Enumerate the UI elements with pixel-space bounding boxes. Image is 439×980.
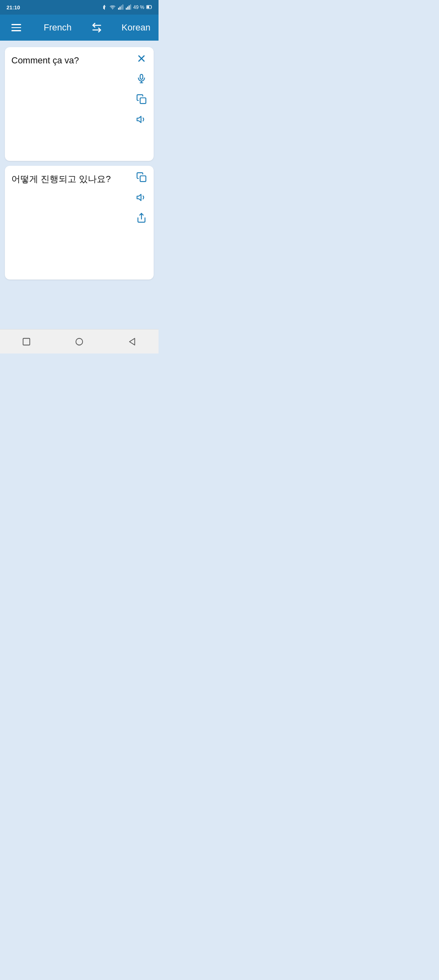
speak-target-button[interactable]: [135, 191, 148, 204]
bluetooth-icon: [102, 4, 107, 10]
status-icons: 49 %: [102, 4, 152, 10]
speak-source-button[interactable]: [135, 113, 148, 126]
svg-rect-9: [128, 5, 129, 9]
microphone-button[interactable]: [135, 72, 148, 85]
source-card: Comment ça va?: [5, 47, 154, 161]
bottom-nav: [0, 329, 159, 353]
svg-point-2: [112, 9, 113, 9]
battery-icon: [146, 4, 152, 10]
svg-rect-4: [120, 7, 120, 10]
svg-rect-21: [140, 176, 146, 182]
status-time: 21:10: [7, 4, 20, 11]
target-card: 어떻게 진행되고 있나요?: [5, 166, 154, 280]
battery-text: 49 %: [133, 4, 144, 10]
copy-target-button[interactable]: [135, 171, 148, 184]
menu-button[interactable]: [8, 21, 24, 35]
main-content: Comment ça va?: [0, 41, 159, 329]
svg-rect-12: [151, 7, 152, 8]
share-button[interactable]: [135, 211, 148, 224]
svg-rect-19: [140, 98, 146, 104]
source-text: Comment ça va?: [11, 55, 79, 65]
svg-rect-13: [147, 6, 149, 9]
svg-rect-3: [118, 8, 119, 10]
svg-marker-26: [130, 338, 135, 345]
svg-point-25: [76, 338, 83, 345]
source-language-selector[interactable]: French: [44, 22, 72, 33]
svg-rect-5: [121, 5, 122, 9]
svg-rect-16: [140, 74, 143, 79]
svg-rect-24: [23, 338, 30, 345]
recent-apps-button[interactable]: [18, 334, 35, 350]
target-text: 어떻게 진행되고 있나요?: [11, 174, 111, 184]
source-card-actions: [135, 52, 148, 126]
svg-rect-8: [127, 7, 128, 10]
target-card-actions: [135, 171, 148, 224]
swap-languages-button[interactable]: [91, 22, 102, 33]
status-bar: 21:10 49 %: [0, 0, 159, 15]
target-language-selector[interactable]: Korean: [122, 22, 150, 33]
signal-icon: [118, 4, 124, 10]
svg-rect-7: [126, 8, 126, 10]
svg-marker-22: [137, 194, 141, 200]
home-button[interactable]: [71, 334, 87, 350]
svg-marker-20: [137, 116, 141, 122]
svg-rect-10: [130, 4, 131, 10]
clear-button[interactable]: [135, 52, 148, 65]
toolbar: French Korean: [0, 15, 159, 41]
svg-rect-6: [122, 4, 123, 10]
signal-icon-2: [126, 4, 131, 10]
wifi-icon: [109, 4, 116, 10]
back-button[interactable]: [124, 334, 140, 350]
copy-source-button[interactable]: [135, 93, 148, 106]
